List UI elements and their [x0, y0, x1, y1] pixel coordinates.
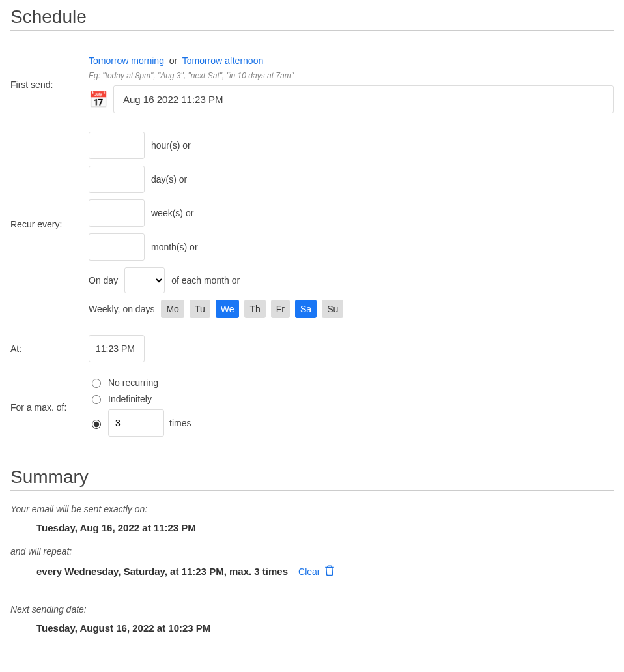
day-chip-mo[interactable]: Mo: [161, 300, 184, 318]
or-text: or: [169, 55, 177, 66]
times-radio[interactable]: [92, 420, 101, 429]
summary-title: Summary: [10, 467, 614, 491]
hours-label: hour(s) or: [151, 140, 191, 151]
weeks-input[interactable]: [89, 199, 145, 227]
first-send-input[interactable]: [113, 85, 614, 113]
at-label: At:: [10, 330, 89, 368]
max-of-label: For a max. of:: [10, 368, 89, 447]
first-send-hint: Eg: "today at 8pm", "Aug 3", "next Sat",…: [89, 71, 614, 80]
on-day-prefix: On day: [89, 275, 118, 285]
clear-label: Clear: [298, 566, 320, 577]
days-input[interactable]: [89, 166, 145, 193]
months-label: month(s) or: [151, 242, 198, 252]
day-chip-fr[interactable]: Fr: [271, 300, 290, 318]
schedule-title: Schedule: [10, 7, 614, 31]
no-recurring-radio[interactable]: [92, 379, 101, 388]
summary-and-repeat: and will repeat:: [10, 546, 614, 557]
recur-every-label: Recur every:: [10, 119, 89, 330]
calendar-icon[interactable]: 📅: [89, 92, 108, 108]
summary-sent-exactly: Your email will be sent exactly on:: [10, 504, 614, 514]
days-label: day(s) or: [151, 174, 187, 184]
times-input[interactable]: [108, 409, 164, 437]
indefinitely-label: Indefinitely: [108, 394, 152, 404]
trash-icon: [324, 564, 335, 578]
summary-next-sending: Next sending date:: [10, 604, 614, 615]
weeks-label: week(s) or: [151, 208, 193, 218]
tomorrow-morning-link[interactable]: Tomorrow morning: [89, 55, 164, 66]
clear-button[interactable]: Clear: [298, 564, 335, 578]
tomorrow-afternoon-link[interactable]: Tomorrow afternoon: [182, 55, 264, 66]
on-day-select[interactable]: [124, 267, 165, 293]
indefinitely-radio[interactable]: [92, 395, 101, 404]
day-chip-tu[interactable]: Tu: [190, 300, 210, 318]
schedule-form: First send: Tomorrow morning or Tomorrow…: [10, 50, 614, 447]
day-chip-su[interactable]: Su: [322, 300, 343, 318]
at-time-input[interactable]: [89, 335, 145, 362]
first-send-label: First send:: [10, 50, 89, 119]
day-chip-we[interactable]: We: [216, 300, 240, 318]
times-label: times: [169, 418, 191, 428]
day-chip-th[interactable]: Th: [244, 300, 265, 318]
day-chip-sa[interactable]: Sa: [295, 300, 317, 318]
on-day-suffix: of each month or: [171, 275, 240, 285]
summary-repeat-text: every Wednesday, Saturday, at 11:23 PM, …: [36, 566, 288, 577]
day-chips: MoTuWeThFrSaSu: [161, 300, 343, 318]
no-recurring-label: No recurring: [108, 377, 158, 388]
summary-sent-date: Tuesday, Aug 16, 2022 at 11:23 PM: [36, 522, 614, 533]
hours-input[interactable]: [89, 132, 145, 159]
months-input[interactable]: [89, 233, 145, 261]
weekly-on-days-label: Weekly, on days: [89, 304, 154, 314]
summary-next-date: Tuesday, August 16, 2022 at 10:23 PM: [36, 622, 614, 634]
